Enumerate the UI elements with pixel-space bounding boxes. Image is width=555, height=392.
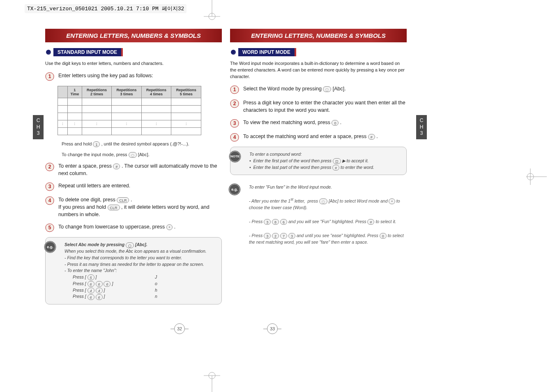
step-number-icon: 3 (230, 119, 239, 128)
table-row (58, 113, 201, 120)
eg-line: - Find the key that corresponds to the l… (64, 255, 216, 261)
eg-row: Press [ 5 ]J (73, 274, 216, 281)
eg-title: To enter "Fun fare" in the Word input mo… (249, 184, 402, 191)
table-header: Repetitions3 times (112, 86, 142, 98)
step-number-icon: 2 (45, 162, 54, 171)
step-text: To view the next matching word, press 0 … (243, 119, 407, 126)
key-icon: 1 (93, 141, 100, 147)
example-block: e.g. Select Abc mode by pressing ◌ [Abc]… (45, 237, 222, 304)
nav-key-icon: ⊡ (333, 158, 341, 164)
soft-key-icon: ◌ (319, 198, 327, 204)
step-number-icon: 3 (45, 182, 54, 191)
key-icon: 6 (96, 281, 103, 287)
note-bullet: • Enter the last part of the word then p… (249, 164, 401, 171)
page-32: ENTERING LETTERS, NUMBERS & SYMBOLS STAN… (45, 29, 222, 309)
step-text: Repeat until letters are entered. (58, 182, 222, 189)
step-text: Select the Word mode by pressing ◌ [Abc]… (243, 85, 407, 92)
note-badge-icon: NOTE (229, 150, 241, 163)
intro-text: Use the digit keys to enter letters, num… (45, 60, 222, 67)
zero-key-icon: 0 (332, 120, 339, 126)
eg-line: - Press it as many times as needed for t… (64, 261, 216, 268)
clr-key-icon: CLR (108, 205, 120, 210)
key-icon: 6 (104, 281, 111, 287)
step-1-note-b: To change the input mode, press ◌ [Abc]. (62, 152, 222, 158)
chapter-tab-label: CH (35, 118, 42, 130)
eg-line: - After you enter the 1st letter, press … (249, 196, 407, 211)
table-row (58, 127, 201, 135)
keypad-table: 1Time Repetitions2 times Repetitions3 ti… (58, 86, 201, 135)
eg-line: - To enter the name "John": (64, 267, 216, 274)
chapter-tab-left: CH 3 (33, 115, 44, 139)
crop-mark-right (526, 168, 551, 185)
note-title: To enter a compound word: (249, 151, 401, 158)
key-icon: 3 (288, 233, 295, 239)
step-number-icon: 1 (45, 72, 54, 81)
key-icon: 6 (280, 219, 287, 225)
page-number: 33 (267, 323, 278, 334)
example-block: e.g. To enter "Fun fare" in the Word inp… (230, 180, 407, 191)
step-text: To enter a space, press # . The cursor w… (58, 162, 222, 177)
step-4: 4 To delete one digit, press CLR .If you… (45, 196, 222, 218)
soft-key-icon: ◌ (126, 242, 134, 248)
step-text: Press a digit key once to enter the char… (243, 99, 407, 114)
step-number-icon: 4 (230, 133, 239, 142)
chapter-tab-number: 3 (35, 130, 42, 137)
step-4: 4 To accept the matching word and enter … (230, 133, 407, 142)
eg-line: - Press 3 8 6 and you will see "Fun" hig… (249, 218, 407, 225)
step-1: 1 Enter letters using the key pad as fol… (45, 72, 222, 81)
section-header: WORD INPUT MODE (238, 48, 295, 56)
hash-key-icon: # (367, 219, 374, 225)
hash-key-icon: # (113, 164, 120, 169)
key-icon: 4 (96, 288, 103, 293)
key-icon: 6 (88, 281, 94, 287)
crop-mark-bottom (204, 371, 220, 392)
hash-key-icon: # (368, 134, 375, 140)
page-33: ENTERING LETTERS, NUMBERS & SYMBOLS WORD… (230, 29, 407, 309)
eg-line: When you select this mode, the Abc icon … (64, 248, 216, 255)
step-text: To change from lowercase to uppercase, p… (58, 223, 222, 231)
eg-row: Press [ 4 4 ]h (73, 287, 216, 294)
step-5: 5 To change from lowercase to uppercase,… (45, 223, 222, 232)
key-icon: 2 (272, 233, 279, 239)
key-icon: 4 (88, 288, 94, 293)
soft-key-icon: ◌ (323, 86, 331, 92)
note-block: NOTE To enter a compound word: • Enter t… (230, 147, 407, 175)
table-row: :::::: (58, 120, 201, 127)
key-icon: 7 (280, 233, 287, 239)
section-header: STANDARD INPUT MODE (53, 48, 121, 56)
hash-key-icon: # (332, 165, 339, 171)
table-header: Repetitions2 times (82, 86, 112, 98)
step-2: 2 To enter a space, press # . The cursor… (45, 162, 222, 177)
step-number-icon: 2 (230, 99, 239, 108)
step-text: Enter letters using the key pad as follo… (58, 72, 222, 79)
key-icon: 3 (264, 233, 271, 239)
step-text: To accept the matching word and enter a … (243, 133, 407, 140)
step-number-icon: 1 (230, 85, 239, 94)
step-3: 3 To view the next matching word, press … (230, 119, 407, 128)
key-icon: 6 (96, 294, 103, 300)
clr-key-icon: CLR (117, 197, 129, 203)
step-number-icon: 5 (45, 223, 54, 232)
step-1: 1 Select the Word mode by pressing ◌ [Ab… (230, 85, 407, 94)
eg-line: - Press 3 2 7 3 and until you see "ease"… (249, 232, 407, 246)
file-header: TX-215_verizon_0501021 2005.10.21 7:10 P… (25, 4, 187, 13)
key-icon: 5 (88, 274, 94, 280)
soft-key-icon: ◌ (129, 152, 137, 158)
intro-text: The Word input mode incorporates a built… (230, 60, 407, 80)
eg-row: Press [ 6 6 ]n (73, 293, 216, 300)
crop-mark-top (204, 0, 220, 21)
page-title: ENTERING LETTERS, NUMBERS & SYMBOLS (230, 29, 407, 42)
star-key-icon: * (389, 198, 395, 204)
eg-title: Select Abc mode by pressing ◌ [Abc]. (64, 242, 216, 248)
table-header: 1Time (68, 86, 82, 98)
zero-key-icon: 0 (380, 233, 387, 239)
step-2: 2 Press a digit key once to enter the ch… (230, 99, 407, 114)
table-header (58, 86, 68, 98)
example-steps: - After you enter the 1st letter, press … (249, 196, 407, 246)
table-row (58, 105, 201, 113)
key-icon: 3 (264, 219, 271, 225)
step-text: To delete one digit, press CLR .If you p… (58, 196, 222, 218)
eg-row: Press [ 6 6 6 ]o (73, 281, 216, 287)
table-header: Repetitions5 times (171, 86, 201, 98)
page-number: 32 (174, 323, 185, 334)
